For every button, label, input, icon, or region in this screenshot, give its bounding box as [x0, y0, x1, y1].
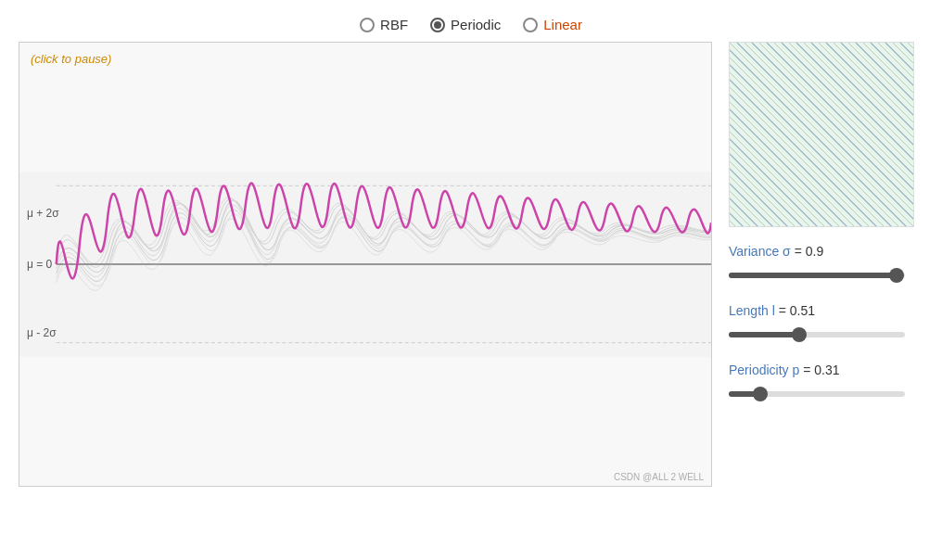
- y-axis-label-top: μ + 2σ: [27, 207, 59, 220]
- variance-name: Variance σ: [729, 244, 791, 259]
- periodicity-name: Periodicity p: [729, 363, 799, 377]
- covariance-canvas: [730, 43, 914, 227]
- click-to-pause-label: (click to pause): [31, 52, 111, 66]
- length-slider-thumb[interactable]: [792, 327, 807, 342]
- length-slider-fill: [729, 332, 799, 337]
- length-value: = 0.51: [779, 303, 815, 318]
- length-name: Length l: [729, 303, 775, 318]
- right-panel: Variance σ = 0.9 Length l = 0.51: [729, 42, 923, 422]
- radio-linear[interactable]: Linear: [523, 17, 582, 32]
- periodicity-param-group: Periodicity p = 0.31: [729, 363, 923, 403]
- radio-label-rbf: RBF: [380, 17, 408, 32]
- y-axis-label-bot: μ - 2σ: [27, 326, 57, 339]
- radio-label-linear: Linear: [543, 17, 582, 32]
- variance-value: = 0.9: [795, 244, 824, 259]
- variance-slider-container[interactable]: [729, 266, 905, 285]
- variance-slider-fill: [729, 273, 897, 278]
- chart-svg: [19, 43, 711, 486]
- periodicity-value: = 0.31: [803, 363, 839, 377]
- watermark-label: CSDN @ALL 2 WELL: [614, 472, 704, 482]
- length-label: Length l = 0.51: [729, 303, 923, 318]
- radio-circle-rbf: [360, 18, 375, 32]
- radio-periodic[interactable]: Periodic: [430, 17, 501, 32]
- periodicity-slider-thumb[interactable]: [753, 387, 768, 401]
- radio-circle-periodic: [430, 18, 445, 32]
- main-content: (click to pause) μ + 2σ μ = 0 μ - 2σ: [0, 42, 942, 487]
- variance-label: Variance σ = 0.9: [729, 244, 923, 259]
- chart-area[interactable]: (click to pause) μ + 2σ μ = 0 μ - 2σ: [19, 42, 712, 487]
- periodicity-label: Periodicity p = 0.31: [729, 363, 923, 377]
- length-slider-container[interactable]: [729, 325, 905, 344]
- radio-rbf[interactable]: RBF: [360, 17, 408, 32]
- length-param-group: Length l = 0.51: [729, 303, 923, 344]
- y-axis-label-mid: μ = 0: [27, 258, 52, 271]
- radio-circle-linear: [523, 18, 538, 32]
- variance-slider-thumb[interactable]: [889, 268, 904, 283]
- periodicity-slider-track: [729, 391, 905, 397]
- covariance-matrix-display: [729, 42, 914, 227]
- radio-label-periodic: Periodic: [451, 17, 501, 32]
- variance-param-group: Variance σ = 0.9: [729, 244, 923, 285]
- kernel-selector: RBF Periodic Linear: [360, 0, 582, 42]
- periodicity-slider-container[interactable]: [729, 385, 905, 403]
- length-slider-track: [729, 332, 905, 337]
- variance-slider-track: [729, 273, 905, 278]
